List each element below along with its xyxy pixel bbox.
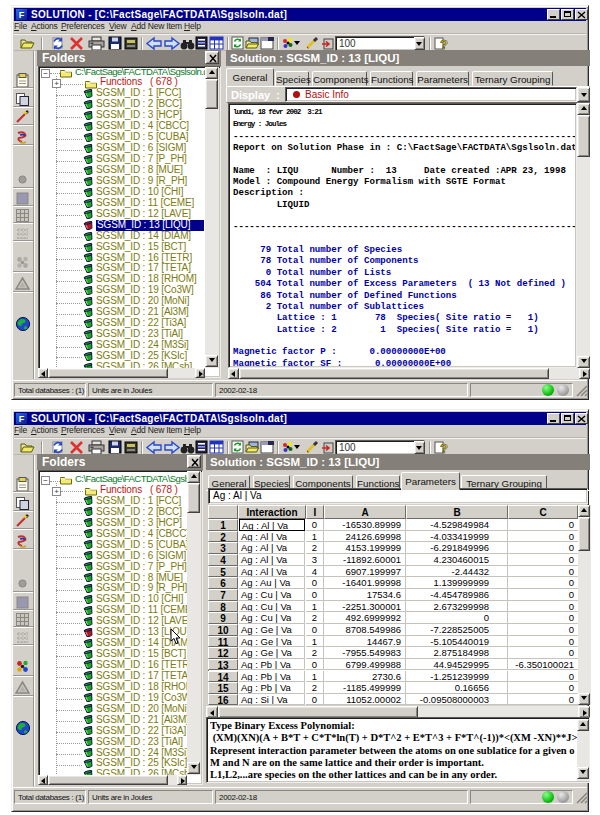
svg-text:?: ? — [440, 441, 448, 455]
svg-text:F: F — [19, 414, 25, 424]
svg-text:F: F — [19, 10, 25, 20]
svg-text:?: ? — [440, 37, 448, 51]
